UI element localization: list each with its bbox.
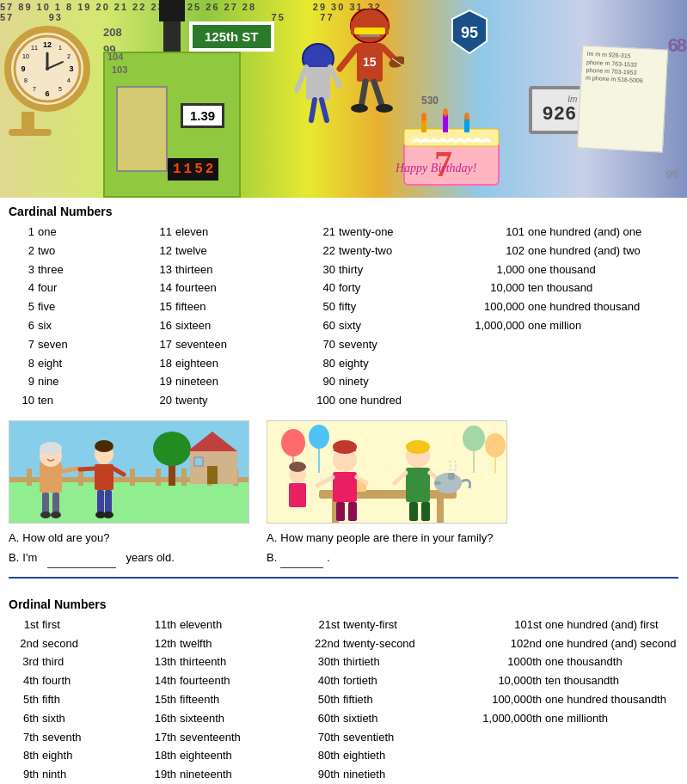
number-value: 101 [473,224,524,242]
list-item: 2two [9,242,146,260]
number-word: second [42,635,78,653]
right-image-block: A. How many people are there in your fam… [267,420,507,568]
number-word: fourteen [175,279,217,297]
list-item: 50fifty [301,298,473,316]
number-word: seventh [42,729,82,747]
svg-rect-111 [434,481,441,485]
number-value: 16 [146,317,172,335]
svg-line-34 [311,100,315,120]
number-value: 80 [301,355,335,373]
list-item: 20twenty [146,392,301,410]
list-item: 10,000thten thousandth [473,672,687,690]
svg-point-66 [40,442,62,456]
svg-text:11: 11 [31,45,38,51]
number-word: eighteen [175,355,218,373]
age-blank [47,548,116,567]
number-word: sixth [42,710,65,728]
svg-point-26 [351,104,368,113]
number-word: nine [38,373,59,391]
list-item: 7seven [9,336,146,354]
number-value: 2 [9,242,34,260]
number-value: 7th [9,729,39,747]
number-value: 90th [301,766,340,784]
svg-rect-55 [181,469,187,486]
svg-rect-64 [40,462,62,493]
number-value: 17 [146,336,172,354]
number-value: 101st [473,616,542,634]
svg-point-43 [464,113,469,121]
number-word: twenty-first [343,616,397,634]
svg-point-86 [463,426,485,451]
number-word: eighty [339,355,369,373]
left-image-block: A. How old are you? B. I'm years old. [9,420,249,568]
number-word: sixty [339,317,361,335]
cardinal-grid: 1one2two3three4four5five6six7seven8eight… [9,224,678,410]
list-item: 10,000ten thousand [473,279,687,297]
number-word: five [38,298,55,316]
number-value: 30 [301,261,335,279]
number-word: one hundred thousandth [545,691,666,709]
number-word: twelve [175,242,207,260]
svg-rect-31 [306,67,330,100]
svg-line-24 [361,82,365,107]
svg-point-80 [103,511,113,518]
number-word: forty [339,279,360,297]
number-value: 12th [146,635,176,653]
number-word: twelfth [180,635,212,653]
svg-text:8: 8 [24,77,28,83]
right-qa-b-suffix: . [327,548,330,567]
number-word: one hundred (and) one [528,224,641,242]
list-item: 17thseventeenth [146,729,301,747]
number-word: seventeen [175,336,227,354]
number-value: 1,000,000th [473,710,542,728]
number-word: twenty-one [339,224,394,242]
family-outdoor-scene [9,420,249,524]
number-value: 102 [473,242,524,260]
number-word: fourteenth [180,672,230,690]
number-value: 1,000,000 [473,317,524,335]
number-value: 12 [146,242,172,260]
number-value: 14th [146,672,176,690]
section-divider [9,577,678,579]
number-value: 5 [9,298,34,316]
header-illustration: 57 89 10 1 8 19 20 21 22 23 24 25 26 27 … [0,0,687,198]
right-qa-a-text: How many people are there in your family… [280,528,493,548]
number-value: 1,000 [473,261,524,279]
images-row: A. How old are you? B. I'm years old. [9,420,678,568]
list-item: 21sttwenty-first [301,616,473,634]
list-item: 80eighty [301,355,473,373]
number-value: 50th [301,691,340,709]
number-word: one hundred [339,392,402,410]
list-item: 40thfortieth [301,672,473,690]
number-value: 6th [9,710,39,728]
svg-point-39 [421,113,426,121]
number-value: 9th [9,766,39,784]
svg-line-33 [330,67,340,86]
left-qa-b-text: I'm [22,548,37,567]
number-word: fortieth [343,672,377,690]
svg-text:9: 9 [21,64,25,73]
number-word: eight [38,355,62,373]
list-item: 70seventy [301,336,473,354]
list-item: 8theighth [9,747,146,765]
list-item: 18theighteenth [146,747,301,765]
number-word: three [38,261,64,279]
number-value: 3 [9,261,34,279]
number-word: ninth [42,766,66,784]
number-word: ten thousand [528,279,592,297]
svg-point-27 [376,104,393,113]
list-item: 14thfourteenth [146,672,301,690]
ordinal-title: Ordinal Numbers [9,597,678,611]
number-word: six [38,317,52,335]
list-item: 100one hundred [301,392,473,410]
svg-rect-107 [409,502,418,521]
number-value: 7 [9,336,34,354]
number-value: 60 [301,317,335,335]
svg-text:7: 7 [33,86,36,92]
number-value: 1000th [473,653,542,671]
list-item: 5thfifth [9,691,146,709]
list-item: 7thseventh [9,729,146,747]
number-value: 70th [301,729,340,747]
number-value: 90 [301,373,335,391]
list-item: 60sixty [301,317,473,335]
